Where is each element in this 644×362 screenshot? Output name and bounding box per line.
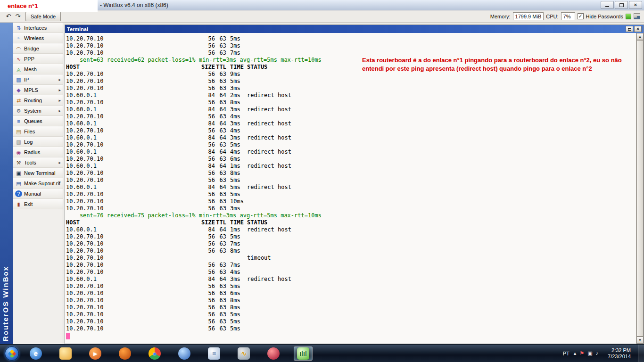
ie-icon-glyph: e — [34, 350, 38, 357]
scrollbar-thumb[interactable] — [636, 40, 644, 337]
sidebar-item-routing[interactable]: ⇄Routing▸ — [13, 95, 63, 106]
system-icon: ⚙ — [15, 107, 22, 114]
close-button[interactable]: ✕ — [629, 1, 642, 9]
sidebar-item-label: PPP — [24, 56, 34, 62]
sidebar-item-mpls[interactable]: ◆MPLS▸ — [13, 85, 63, 95]
media-player-taskbar-button[interactable]: ▸ — [86, 346, 105, 361]
minimize-button[interactable] — [601, 1, 614, 9]
hidden-icons-caret[interactable]: ▴ — [574, 350, 577, 356]
sidebar-item-mesh[interactable]: ◬Mesh — [13, 64, 63, 74]
globe-app-icon — [178, 347, 190, 360]
globe-app-taskbar-button[interactable] — [175, 346, 194, 361]
cpu-value: 7% — [561, 12, 575, 20]
terminal-restore-button[interactable] — [626, 26, 633, 32]
redo-button[interactable]: ↷ — [13, 12, 23, 21]
sidebar-item-log[interactable]: ▥Log — [13, 137, 63, 147]
sidebar-item-exit[interactable]: ▮Exit — [13, 199, 63, 209]
terminal-line: 10.60.0.184643msredirect host — [66, 276, 636, 283]
sidebar-item-label: Mesh — [24, 66, 37, 72]
sidebar-item-label: New Terminal — [24, 170, 55, 176]
sidebar-item-label: Files — [24, 129, 35, 134]
terminal-title: Terminal — [67, 26, 88, 32]
terminal-line: 10.20.70.1056635ms — [66, 325, 636, 332]
folder-explorer-taskbar-button[interactable] — [56, 346, 75, 361]
traffic-stats-icon[interactable]: ▂▅ — [634, 13, 640, 19]
terminal-line: 10.20.70.1056633ms — [66, 42, 636, 49]
firefox-taskbar-button[interactable] — [116, 346, 134, 361]
clock[interactable]: 2:32 PM 7/23/2014 — [606, 347, 634, 360]
sidebar-item-label: Exit — [24, 201, 33, 207]
log-icon: ▥ — [15, 139, 22, 145]
window-controls: ✕ — [601, 1, 642, 9]
sidebar-item-make-supout[interactable]: ▤Make Supout.rif — [13, 178, 63, 189]
terminal-line: 10.20.70.1056635ms — [66, 191, 636, 198]
network-tool-taskbar-button[interactable]: ∿ — [234, 346, 253, 361]
terminal-line: 10.20.70.1056637ms — [66, 240, 636, 247]
terminal-titlebar[interactable]: Terminal ✕ — [65, 25, 644, 33]
terminal-line: 10.60.0.184645msredirect host — [66, 184, 636, 191]
sidebar-item-queues[interactable]: ≡Queues — [13, 116, 63, 126]
terminal-line: 10.20.70.1056634ms — [66, 113, 636, 120]
undo-button[interactable]: ↶ — [4, 12, 13, 21]
sidebar-item-new-terminal[interactable]: ▣New Terminal — [13, 168, 63, 178]
hide-passwords-label: Hide Passwords — [586, 14, 623, 19]
sidebar-item-ppp[interactable]: ∿PPP — [13, 54, 63, 64]
sidebar-item-label: Radius — [24, 149, 40, 155]
sidebar-item-label: Make Supout.rif — [24, 181, 60, 186]
terminal-line: 10.20.70.1056634ms — [66, 269, 636, 276]
terminal-line: 10.20.70.1056635ms — [66, 78, 636, 85]
terminal-close-button[interactable]: ✕ — [634, 26, 642, 32]
submenu-arrow-icon: ▸ — [58, 98, 61, 103]
notepad-app-icon: ≡ — [208, 347, 220, 360]
ip-icon: ▦ — [15, 76, 22, 83]
sidebar-item-manual[interactable]: ?Manual — [13, 189, 63, 199]
maximize-button[interactable] — [615, 1, 628, 9]
show-desktop-button[interactable] — [638, 345, 644, 362]
sidebar-item-label: Log — [24, 139, 33, 145]
manual-question-icon: ? — [15, 190, 22, 197]
sidebar-item-label: Wireless — [24, 35, 44, 41]
toolbar-status: Memory: 1799.9 MiB CPU: 7% ✓ Hide Passwo… — [490, 12, 640, 20]
start-button[interactable] — [5, 346, 19, 361]
terminal-line: 10.20.70.1056638ms — [66, 99, 636, 106]
terminal-close-icon: ✕ — [636, 27, 640, 31]
sidebar-item-bridge[interactable]: ◠Bridge — [13, 43, 63, 54]
terminal-cursor — [66, 333, 70, 339]
submenu-arrow-icon: ▸ — [58, 88, 61, 92]
mpls-icon: ◆ — [15, 87, 22, 93]
scroll-up-button[interactable]: ▲ — [636, 33, 644, 40]
media-app-taskbar-button[interactable] — [264, 346, 283, 361]
notepad-app-taskbar-button[interactable]: ≡ — [205, 346, 223, 361]
sidebar-item-wireless[interactable]: ≈Wireless — [13, 33, 63, 43]
system-tray: PT ▴⚑▣♪ 2:32 PM 7/23/2014 — [563, 345, 644, 362]
action-center-flag-icon[interactable]: ⚑ — [579, 350, 584, 356]
connection-status-icon — [626, 14, 631, 19]
mesh-icon: ◬ — [15, 66, 22, 73]
sidebar-item-label: IP — [24, 77, 29, 82]
radius-icon: ◉ — [15, 149, 22, 156]
language-indicator[interactable]: PT — [563, 351, 570, 356]
notepad-app-icon-glyph: ≡ — [212, 350, 216, 357]
scroll-down-button[interactable]: ▼ — [636, 337, 644, 344]
hide-passwords-checkbox[interactable]: ✓ — [578, 13, 584, 19]
sidebar-item-system[interactable]: ⚙System▸ — [13, 106, 63, 116]
sidebar-item-tools[interactable]: ⚒Tools▸ — [13, 157, 63, 168]
display-network-icon[interactable]: ▣ — [587, 350, 592, 356]
winbox-towers-taskbar-button[interactable]: ılıl — [294, 346, 313, 361]
volume-icon[interactable]: ♪ — [596, 350, 599, 356]
chrome-taskbar-button[interactable]: ● — [145, 346, 164, 361]
terminal-line: 10.20.70.1056635ms — [66, 35, 636, 42]
sidebar-item-radius[interactable]: ◉Radius — [13, 147, 63, 157]
sidebar-item-label: Routing — [24, 98, 42, 103]
submenu-arrow-icon: ▸ — [58, 77, 61, 82]
terminal-scrollbar[interactable]: ▲ ▼ — [636, 33, 644, 344]
sidebar-item-ip[interactable]: ▦IP▸ — [13, 74, 63, 85]
terminal-line: 10.60.0.184643msredirect host — [66, 134, 636, 141]
terminal-output[interactable]: 10.20.70.1056635ms10.20.70.1056633ms10.2… — [65, 33, 636, 344]
safe-mode-button[interactable]: Safe Mode — [25, 12, 61, 21]
terminal-line: 10.20.70.1056635ms — [66, 141, 636, 148]
scroll-down-icon: ▼ — [638, 338, 642, 342]
sidebar-item-files[interactable]: ▤Files — [13, 126, 63, 137]
ie-taskbar-button[interactable]: e — [26, 346, 45, 361]
sidebar-item-interfaces[interactable]: ⇅Interfaces — [13, 23, 63, 33]
